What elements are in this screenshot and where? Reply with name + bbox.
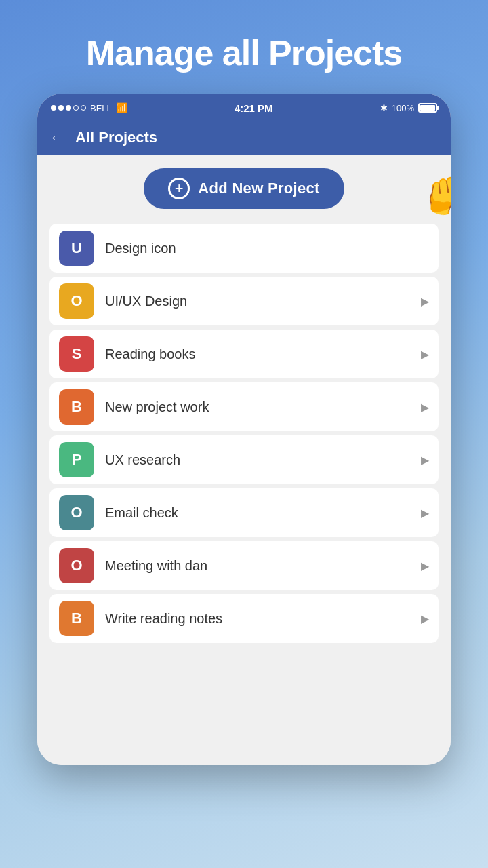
project-item-2[interactable]: O UI/UX Design ▶ — [49, 277, 439, 326]
battery-icon — [418, 103, 437, 113]
add-new-project-button[interactable]: + Add New Project — [144, 168, 344, 209]
project-icon-5: P — [59, 442, 94, 477]
signal-dot-4 — [73, 105, 79, 111]
page-title: Manage all Projects — [86, 33, 403, 73]
project-name-6: Email check — [105, 505, 410, 521]
status-right: ✱ 100% — [380, 103, 437, 113]
project-arrow-2: ▶ — [421, 295, 429, 308]
signal-dot-5 — [81, 105, 86, 111]
battery-container — [418, 103, 437, 113]
content-area: + Add New Project 🫰 U Design icon O UI/U… — [37, 155, 451, 765]
project-list: U Design icon O UI/UX Design ▶ S Reading… — [49, 224, 439, 643]
bluetooth-icon: ✱ — [380, 103, 388, 113]
signal-dot-2 — [58, 105, 64, 111]
nav-bar: ← All Projects — [37, 121, 451, 155]
add-button-label: Add New Project — [198, 180, 319, 197]
project-icon-8: B — [59, 601, 94, 636]
project-name-1: Design icon — [105, 241, 429, 256]
project-arrow-3: ▶ — [421, 348, 429, 361]
project-name-4: New project work — [105, 399, 410, 415]
wifi-icon: 📶 — [116, 102, 127, 113]
status-left: BELL 📶 — [51, 102, 127, 113]
project-icon-6: O — [59, 495, 94, 530]
project-name-5: UX research — [105, 452, 410, 468]
project-arrow-4: ▶ — [421, 401, 429, 414]
time-display: 4:21 PM — [235, 102, 273, 114]
phone-frame: BELL 📶 4:21 PM ✱ 100% ← All Projects + A… — [37, 94, 451, 765]
signal-dot-3 — [66, 105, 71, 111]
project-icon-3: S — [59, 336, 94, 372]
project-name-8: Write reading notes — [105, 611, 410, 627]
project-item-6[interactable]: O Email check ▶ — [49, 488, 439, 537]
nav-title: All Projects — [75, 129, 157, 146]
project-icon-2: O — [59, 283, 94, 319]
add-button-container: + Add New Project 🫰 — [49, 168, 439, 209]
project-name-2: UI/UX Design — [105, 294, 410, 309]
project-item-7[interactable]: O Meeting with dan ▶ — [49, 541, 439, 590]
project-item-4[interactable]: B New project work ▶ — [49, 382, 439, 431]
project-icon-7: O — [59, 548, 94, 583]
project-item-5[interactable]: P UX research ▶ — [49, 435, 439, 484]
signal-dot-1 — [51, 105, 56, 111]
project-item-3[interactable]: S Reading books ▶ — [49, 330, 439, 378]
project-icon-4: B — [59, 389, 94, 425]
project-item-8[interactable]: B Write reading notes ▶ — [49, 594, 439, 643]
add-icon: + — [168, 178, 190, 199]
battery-percent: 100% — [392, 103, 414, 113]
project-item-1[interactable]: U Design icon — [49, 224, 439, 273]
battery-fill — [420, 105, 435, 111]
hand-pointer-icon: 🫰 — [410, 153, 451, 228]
project-name-3: Reading books — [105, 347, 410, 362]
project-name-7: Meeting with dan — [105, 558, 410, 574]
signal-dots — [51, 105, 86, 111]
project-arrow-7: ▶ — [421, 559, 429, 572]
project-arrow-6: ▶ — [421, 507, 429, 519]
status-bar: BELL 📶 4:21 PM ✱ 100% — [37, 94, 451, 121]
back-button[interactable]: ← — [49, 129, 64, 146]
project-arrow-5: ▶ — [421, 454, 429, 467]
project-arrow-8: ▶ — [421, 612, 429, 625]
project-icon-1: U — [59, 231, 94, 266]
carrier-label: BELL — [90, 103, 112, 113]
